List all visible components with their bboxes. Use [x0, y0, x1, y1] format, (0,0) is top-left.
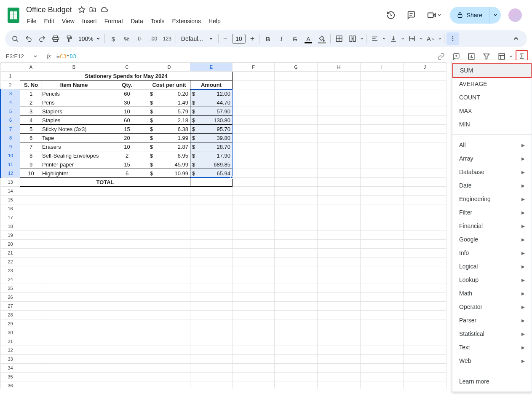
- cell-F18[interactable]: [233, 222, 275, 231]
- cell-I15[interactable]: [361, 196, 404, 204]
- col-header-F[interactable]: F: [233, 63, 275, 72]
- cell-B32[interactable]: [42, 346, 106, 355]
- cell-F14[interactable]: [233, 187, 275, 196]
- function-category-array[interactable]: Array▶: [452, 152, 532, 165]
- cell-C4[interactable]: 30: [106, 98, 148, 107]
- cell-B23[interactable]: [42, 266, 106, 275]
- function-max[interactable]: MAX: [452, 104, 532, 118]
- function-learn-more[interactable]: Learn more: [452, 375, 532, 388]
- cell-D29[interactable]: [148, 319, 190, 328]
- cell-J2[interactable]: [404, 80, 446, 89]
- cell-C28[interactable]: [106, 311, 148, 319]
- cell-B28[interactable]: [42, 311, 106, 319]
- cell-C2[interactable]: Qty.: [106, 80, 148, 89]
- cell-G29[interactable]: [275, 319, 318, 328]
- cell-B2[interactable]: Item Name: [42, 80, 106, 89]
- function-category-google[interactable]: Google▶: [452, 233, 532, 246]
- cell-F27[interactable]: [233, 302, 275, 311]
- fill-color-icon[interactable]: [315, 32, 328, 45]
- cell-A27[interactable]: [20, 302, 42, 311]
- cell-J11[interactable]: [404, 160, 446, 169]
- cell-I33[interactable]: [361, 355, 404, 364]
- cell-I21[interactable]: [361, 249, 404, 258]
- cell-J20[interactable]: [404, 240, 446, 249]
- function-sum[interactable]: SUM: [452, 63, 532, 78]
- function-category-logical[interactable]: Logical▶: [452, 260, 532, 273]
- name-box[interactable]: E3:E12: [0, 51, 41, 62]
- menu-help[interactable]: Help: [205, 16, 224, 26]
- cell-I18[interactable]: [361, 222, 404, 231]
- cell-C14[interactable]: [106, 187, 148, 196]
- row-header-1[interactable]: 1: [1, 72, 20, 80]
- cell-J35[interactable]: [404, 373, 446, 381]
- cell-D8[interactable]: $1.99: [148, 134, 190, 142]
- cell-D34[interactable]: [148, 364, 190, 373]
- row-header-29[interactable]: 29: [1, 319, 20, 328]
- cell-J6[interactable]: [404, 116, 446, 125]
- cell-total-label[interactable]: TOTAL: [20, 178, 190, 187]
- row-header-33[interactable]: 33: [1, 355, 20, 364]
- text-rotation-icon[interactable]: A↘: [424, 32, 442, 45]
- cell-E28[interactable]: [190, 311, 233, 319]
- cell-J21[interactable]: [404, 249, 446, 258]
- row-header-12[interactable]: 12: [1, 169, 20, 178]
- cell-F17[interactable]: [233, 213, 275, 222]
- cell-H21[interactable]: [318, 249, 361, 258]
- font-size-input[interactable]: 10: [232, 34, 246, 44]
- cell-J16[interactable]: [404, 204, 446, 213]
- cell-G31[interactable]: [275, 337, 318, 346]
- cell-H24[interactable]: [318, 275, 361, 284]
- cell-A28[interactable]: [20, 311, 42, 319]
- cell-H33[interactable]: [318, 355, 361, 364]
- row-header-21[interactable]: 21: [1, 249, 20, 258]
- cell-G15[interactable]: [275, 196, 318, 204]
- cell-A21[interactable]: [20, 249, 42, 258]
- cell-F34[interactable]: [233, 364, 275, 373]
- cell-G28[interactable]: [275, 311, 318, 319]
- cell-F5[interactable]: [233, 107, 275, 116]
- cell-C35[interactable]: [106, 373, 148, 381]
- row-header-4[interactable]: 4: [1, 98, 20, 107]
- cell-D21[interactable]: [148, 249, 190, 258]
- cell-F29[interactable]: [233, 319, 275, 328]
- cell-E31[interactable]: [190, 337, 233, 346]
- cell-C34[interactable]: [106, 364, 148, 373]
- cell-F20[interactable]: [233, 240, 275, 249]
- row-header-30[interactable]: 30: [1, 328, 20, 337]
- row-header-14[interactable]: 14: [1, 187, 20, 196]
- menu-data[interactable]: Data: [127, 16, 147, 26]
- cell-E32[interactable]: [190, 346, 233, 355]
- cell-C21[interactable]: [106, 249, 148, 258]
- cell-F13[interactable]: [233, 178, 275, 187]
- function-category-web[interactable]: Web▶: [452, 354, 532, 367]
- cell-C7[interactable]: 15: [106, 125, 148, 134]
- print-icon[interactable]: [49, 32, 62, 45]
- cell-B35[interactable]: [42, 373, 106, 381]
- cell-B18[interactable]: [42, 222, 106, 231]
- history-icon[interactable]: [383, 8, 398, 23]
- cell-G14[interactable]: [275, 187, 318, 196]
- cell-H29[interactable]: [318, 319, 361, 328]
- cell-B25[interactable]: [42, 284, 106, 293]
- cell-B26[interactable]: [42, 293, 106, 302]
- share-button[interactable]: Share: [450, 7, 501, 24]
- cell-I34[interactable]: [361, 364, 404, 373]
- function-category-info[interactable]: Info▶: [452, 246, 532, 260]
- cell-H2[interactable]: [318, 80, 361, 89]
- menu-extensions[interactable]: Extensions: [168, 16, 204, 26]
- cell-H15[interactable]: [318, 196, 361, 204]
- cell-B10[interactable]: Self-Sealing Envelopes: [42, 151, 106, 160]
- row-header-7[interactable]: 7: [1, 125, 20, 134]
- cell-C3[interactable]: 60: [106, 89, 148, 98]
- cell-A31[interactable]: [20, 337, 42, 346]
- col-header-G[interactable]: G: [275, 63, 318, 72]
- cell-H31[interactable]: [318, 337, 361, 346]
- cell-F36[interactable]: [233, 381, 275, 389]
- cell-H36[interactable]: [318, 381, 361, 389]
- cell-I30[interactable]: [361, 328, 404, 337]
- decrease-decimal-icon[interactable]: .0←: [134, 32, 147, 45]
- function-category-filter[interactable]: Filter▶: [452, 206, 532, 219]
- cell-G21[interactable]: [275, 249, 318, 258]
- cell-C25[interactable]: [106, 284, 148, 293]
- cell-I5[interactable]: [361, 107, 404, 116]
